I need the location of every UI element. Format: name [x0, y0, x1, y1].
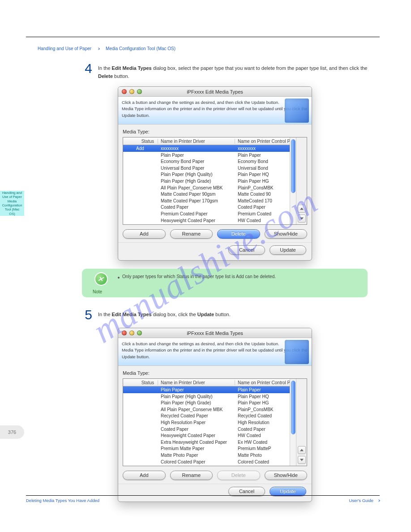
note-icon: [94, 272, 108, 286]
list-header[interactable]: Status Name in Printer Driver Name on Pr…: [123, 379, 290, 386]
move-up-icon[interactable]: [298, 205, 306, 213]
chevron-right-icon: [377, 499, 380, 502]
delete-button: Delete: [217, 471, 260, 480]
col-panel[interactable]: Name on Printer Control Panel: [235, 139, 290, 144]
move-down-icon[interactable]: [298, 456, 306, 464]
bullet-icon: [118, 277, 120, 279]
note-text: Only paper types for which Status in the…: [122, 274, 276, 279]
table-row[interactable]: Extra Heavyweight Coated PaperEx HW Coat…: [123, 439, 290, 446]
zoom-icon[interactable]: [137, 89, 142, 94]
minimize-icon[interactable]: [129, 89, 134, 94]
minimize-icon[interactable]: [129, 330, 134, 335]
dialog-banner: Click a button and change the settings a…: [118, 97, 312, 124]
add-button[interactable]: Add: [123, 471, 166, 480]
show-hide-button[interactable]: Show/Hide: [265, 471, 308, 480]
table-row[interactable]: Coated PaperCoated Paper: [123, 204, 290, 211]
table-row[interactable]: Matte Coated Paper 170gsmMatteCoated 170: [123, 197, 290, 204]
note-block: Note Only paper types for which Status i…: [82, 269, 368, 297]
table-row[interactable]: Premium Glossy Paper 200Premium Gl 200: [123, 465, 290, 466]
edit-media-types-dialog: iPFxxxx Edit Media Types Click a button …: [118, 86, 312, 261]
table-row[interactable]: Matte Coated Paper 90gsmMatte Coated 90: [123, 191, 290, 197]
update-button[interactable]: Update: [270, 245, 306, 255]
table-row[interactable]: All Plain Paper_Conserve MBKPlainP_ConsM…: [123, 184, 290, 191]
table-row[interactable]: High Resolution PaperHigh Resolution: [123, 419, 290, 426]
table-row[interactable]: Coated PaperCoated Paper: [123, 426, 290, 433]
table-row[interactable]: Plain Paper (High Grade)Plain Paper HG: [123, 399, 290, 406]
col-status[interactable]: Status: [123, 380, 158, 385]
dialog-titlebar[interactable]: iPFxxxx Edit Media Types: [118, 328, 312, 338]
table-row[interactable]: Premium Coated PaperPremium Coated: [123, 210, 290, 217]
table-row[interactable]: Plain Paper (High Grade)Plain Paper HG: [123, 178, 290, 184]
table-row[interactable]: Addxxxxxxxxxxxxxxxx: [123, 145, 290, 152]
col-panel[interactable]: Name on Printer Control Panel: [235, 380, 290, 385]
table-row[interactable]: Plain PaperPlain Paper: [123, 152, 290, 159]
footer-link[interactable]: User's Guide: [349, 498, 373, 503]
dialog-title: iPFxxxx Edit Media Types: [118, 89, 312, 94]
col-status[interactable]: Status: [123, 139, 158, 144]
note-title: Note: [93, 289, 102, 294]
footer: Deleting Media Types You Have Added User…: [26, 498, 380, 503]
rule-top: [26, 37, 380, 37]
table-row[interactable]: Plain Paper (High Quality)Plain Paper HQ: [123, 393, 290, 400]
media-type-label: Media Type:: [118, 124, 312, 137]
rename-button[interactable]: Rename: [170, 471, 213, 480]
scrollbar[interactable]: [290, 379, 296, 466]
breadcrumb-item[interactable]: Handling and Use of Paper: [38, 46, 91, 51]
close-icon[interactable]: [122, 89, 127, 94]
page-number: 376: [0, 425, 24, 439]
scroll-thumb[interactable]: [291, 381, 295, 434]
step-text: In the Edit Media Types dialog box, clic…: [98, 308, 380, 319]
table-row[interactable]: Heavyweight Coated PaperHW Coated: [123, 432, 290, 439]
table-row[interactable]: Matte Photo PaperMatte Photo: [123, 452, 290, 459]
table-row[interactable]: Colored Coated PaperColored Coated: [123, 459, 290, 465]
breadcrumb: Handling and Use of Paper Media Configur…: [38, 46, 380, 51]
list-header[interactable]: Status Name in Printer Driver Name on Pr…: [123, 137, 290, 145]
media-type-list[interactable]: Status Name in Printer Driver Name on Pr…: [123, 378, 307, 466]
step-number: 5: [82, 308, 92, 322]
breadcrumb-item[interactable]: Media Configuration Tool (Mac OS): [106, 46, 176, 51]
table-row[interactable]: All Plain Paper_Conserve MBKPlainP_ConsM…: [123, 406, 290, 413]
col-driver[interactable]: Name in Printer Driver: [158, 139, 235, 144]
move-up-icon[interactable]: [298, 446, 306, 454]
rule-bottom: [26, 495, 380, 496]
show-hide-button[interactable]: Show/Hide: [265, 229, 308, 239]
chevron-right-icon: [97, 47, 100, 50]
zoom-icon[interactable]: [137, 330, 142, 335]
step-text: In the Edit Media Types dialog box, sele…: [98, 62, 380, 80]
media-type-list[interactable]: Status Name in Printer Driver Name on Pr…: [123, 137, 307, 225]
table-row[interactable]: Heavyweight Coated PaperHW Coated: [123, 217, 290, 224]
step-4: 4 In the Edit Media Types dialog box, se…: [82, 62, 380, 80]
dialog-banner: Click a button and change the settings a…: [118, 338, 312, 366]
dialog-titlebar[interactable]: iPFxxxx Edit Media Types: [118, 87, 312, 97]
step-number: 4: [82, 62, 92, 75]
dialog-title: iPFxxxx Edit Media Types: [118, 330, 312, 336]
close-icon[interactable]: [122, 330, 127, 335]
table-row[interactable]: Premium Matte PaperPremium MatteP: [123, 223, 290, 224]
scrollbar[interactable]: [290, 137, 296, 224]
col-driver[interactable]: Name in Printer Driver: [158, 380, 235, 385]
delete-button[interactable]: Delete: [217, 229, 260, 239]
cancel-button[interactable]: Cancel: [228, 245, 265, 255]
step-5: 5 In the Edit Media Types dialog box, cl…: [82, 308, 380, 322]
scroll-thumb[interactable]: [291, 139, 295, 193]
table-row[interactable]: Recycled Coated PaperRecycled Coated: [123, 413, 290, 420]
table-row[interactable]: Premium Matte PaperPremium MatteP: [123, 446, 290, 452]
rename-button[interactable]: Rename: [170, 229, 213, 239]
edit-media-types-dialog: iPFxxxx Edit Media Types Click a button …: [118, 328, 312, 502]
side-tab: Handling and Use of Paper Media Configur…: [0, 191, 24, 216]
media-type-label: Media Type:: [118, 366, 312, 378]
table-row[interactable]: Universal Bond PaperUniversal Bond: [123, 165, 290, 172]
table-row[interactable]: Economy Bond PaperEconomy Bond: [123, 158, 290, 165]
add-button[interactable]: Add: [123, 229, 166, 239]
table-row[interactable]: Plain PaperPlain Paper: [123, 386, 290, 393]
move-down-icon[interactable]: [298, 215, 306, 223]
footer-link[interactable]: Deleting Media Types You Have Added: [26, 498, 99, 503]
table-row[interactable]: Plain Paper (High Quality)Plain Paper HQ: [123, 172, 290, 178]
